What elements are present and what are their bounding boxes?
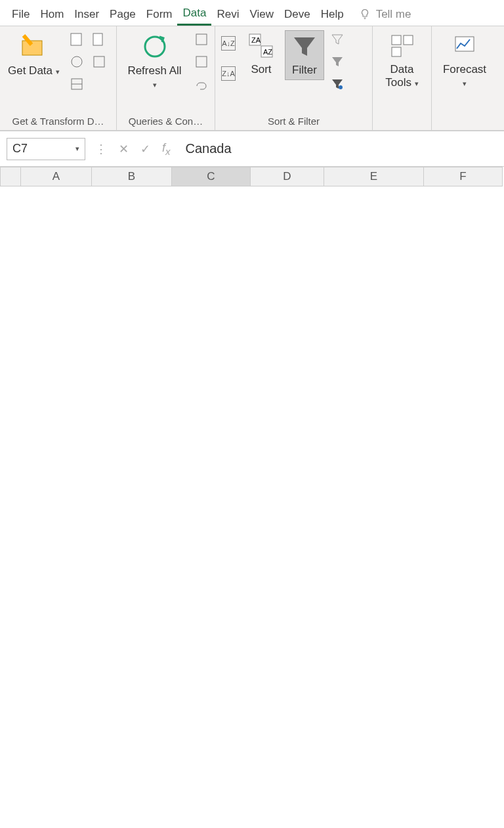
tab-formulas[interactable]: Form	[141, 4, 178, 25]
tab-page[interactable]: Page	[104, 4, 141, 25]
tab-help[interactable]: Help	[316, 4, 349, 25]
name-box[interactable]: C7▾	[7, 138, 85, 160]
svg-rect-5	[93, 33, 102, 45]
recent-sources-button[interactable]	[90, 30, 108, 49]
col-header-E[interactable]: E	[324, 167, 424, 186]
tell-me-label: Tell me	[376, 8, 411, 21]
filter-icon	[291, 33, 318, 60]
refresh-all-button[interactable]: Refresh All ▾	[121, 30, 188, 93]
svg-rect-16	[392, 47, 401, 56]
filter-button[interactable]: Filter	[285, 30, 324, 80]
data-tools-icon	[389, 33, 415, 59]
col-header-A[interactable]: A	[21, 167, 92, 186]
svg-rect-14	[392, 35, 401, 45]
from-table-button[interactable]	[68, 75, 86, 93]
tab-home[interactable]: Hom	[35, 4, 69, 25]
forecast-button[interactable]: Forecast ▾	[436, 30, 494, 92]
sort-az-button[interactable]: A↓Z	[219, 34, 238, 53]
svg-text:ZA: ZA	[251, 36, 261, 44]
group-label-queries: Queries & Con…	[121, 114, 211, 130]
col-header-F[interactable]: F	[424, 167, 503, 186]
from-text-button[interactable]	[68, 30, 86, 49]
fx-icon[interactable]: fx	[162, 141, 171, 157]
svg-rect-17	[455, 37, 474, 51]
properties-button[interactable]	[192, 53, 211, 71]
clear-filter-button[interactable]	[328, 30, 346, 49]
get-data-icon	[20, 33, 47, 60]
reapply-button[interactable]	[328, 53, 346, 71]
svg-rect-8	[196, 56, 207, 67]
tab-data[interactable]: Data	[177, 3, 211, 26]
ribbon: Get Data ▾ Get & Transform D… Refresh Al…	[0, 26, 504, 131]
refresh-icon	[141, 33, 169, 60]
forecast-icon	[452, 33, 478, 59]
cancel-icon[interactable]: ✕	[119, 142, 129, 156]
tab-insert[interactable]: Inser	[69, 4, 104, 25]
formula-input[interactable]: Canada	[180, 141, 497, 156]
col-header-C[interactable]: C	[172, 167, 251, 186]
from-web-button[interactable]	[68, 53, 86, 71]
col-header-B[interactable]: B	[92, 167, 172, 186]
group-label-transform: Get & Transform D…	[4, 114, 112, 130]
sort-za-button[interactable]: Z↓A	[219, 64, 238, 83]
lightbulb-icon	[359, 9, 371, 20]
group-label-sortfilter: Sort & Filter	[219, 114, 368, 130]
svg-point-2	[72, 56, 82, 67]
get-data-button[interactable]: Get Data ▾	[4, 30, 64, 80]
worksheet: A B C D E F 1 2 3 How To Search Multiple…	[0, 167, 504, 186]
tab-review[interactable]: Revi	[211, 4, 244, 25]
queries-button[interactable]	[192, 30, 211, 49]
svg-text:AZ: AZ	[263, 48, 272, 56]
sort-button[interactable]: ZAAZ Sort	[242, 30, 281, 79]
enter-icon[interactable]: ✓	[140, 142, 150, 156]
existing-conn-button[interactable]	[90, 53, 108, 71]
sort-icon: ZAAZ	[248, 33, 274, 59]
col-header-D[interactable]: D	[251, 167, 324, 186]
advanced-filter-button[interactable]	[328, 75, 346, 93]
tab-file[interactable]: File	[7, 4, 35, 25]
svg-rect-15	[404, 35, 413, 45]
svg-rect-6	[94, 56, 104, 67]
tell-me[interactable]: Tell me	[359, 8, 411, 21]
tab-developer[interactable]: Deve	[279, 4, 316, 25]
svg-rect-1	[71, 33, 81, 45]
select-all-corner[interactable]	[0, 167, 21, 186]
vdots-icon: ⋮	[95, 142, 107, 156]
tab-view[interactable]: View	[244, 4, 279, 25]
formula-bar: C7▾ ⋮ ✕ ✓ fx Canada	[0, 131, 504, 167]
svg-rect-7	[196, 34, 207, 45]
edit-links-button[interactable]	[192, 75, 211, 93]
svg-point-13	[339, 85, 343, 89]
ribbon-tabs: File Hom Inser Page Form Data Revi View …	[0, 0, 504, 26]
data-tools-button[interactable]: Data Tools ▾	[377, 30, 427, 92]
